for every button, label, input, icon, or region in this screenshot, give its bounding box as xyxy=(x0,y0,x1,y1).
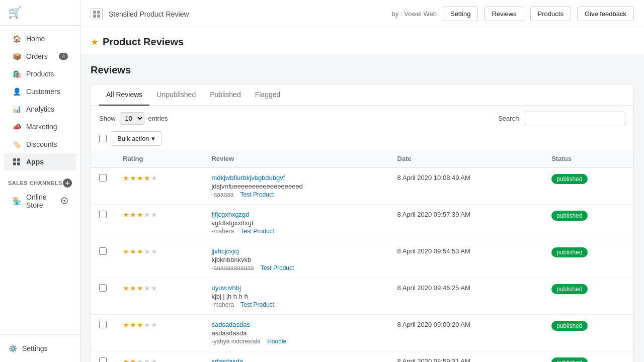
online-store-settings-icon[interactable] xyxy=(61,197,68,206)
row-date: 8 April 2020 08:59:31 AM xyxy=(389,351,544,363)
tabs-row: All Reviews Unpublished Published Flagge… xyxy=(91,84,633,106)
stars-display: ★★★★★ xyxy=(123,284,195,292)
row-date: 8 April 2020 09:00:20 AM xyxy=(389,315,544,351)
row-status: published xyxy=(543,278,633,315)
row-status: published xyxy=(543,241,633,278)
sidebar-item-analytics[interactable]: 📊 Analytics xyxy=(4,101,76,118)
row-checkbox-cell xyxy=(91,351,115,363)
tab-published[interactable]: Published xyxy=(203,84,248,106)
review-author: -aaaaaa xyxy=(211,191,233,198)
table-row: ★★★★★ mdkjwbfiurbkjvbgbdubgvf jdsjvnfuee… xyxy=(91,168,633,205)
sidebar-item-apps[interactable]: Apps xyxy=(4,153,76,170)
add-sales-channel-button[interactable]: + xyxy=(63,178,72,188)
reviews-button[interactable]: Reviews xyxy=(484,7,524,21)
setting-button[interactable]: Setting xyxy=(443,7,478,21)
svg-rect-9 xyxy=(97,15,100,18)
svg-rect-1 xyxy=(17,158,20,161)
feedback-button[interactable]: Give feedback xyxy=(577,7,634,21)
review-meta: -yahya indorewala Hoodie xyxy=(211,338,381,345)
sidebar-item-orders[interactable]: 📦 Orders 4 xyxy=(4,48,76,65)
review-meta: -mahera Test Product xyxy=(211,301,381,308)
row-checkbox[interactable] xyxy=(99,284,107,292)
row-checkbox-cell xyxy=(91,278,115,315)
status-badge: published xyxy=(551,321,587,331)
sidebar-item-customers[interactable]: 👤 Customers xyxy=(4,83,76,100)
review-title[interactable]: sadsadasdas xyxy=(211,321,381,328)
analytics-icon: 📊 xyxy=(12,105,21,114)
svg-rect-7 xyxy=(97,11,100,14)
review-product[interactable]: Test Product xyxy=(240,228,274,235)
review-title[interactable]: uyuvuvhbj xyxy=(211,284,381,292)
col-review: Review xyxy=(203,150,389,168)
row-date: 8 April 2020 09:57:39 AM xyxy=(389,205,544,241)
row-review: jjvhcjcvjcj kjbknbbnkvkb -aaaaaaaaaaaa T… xyxy=(203,241,389,278)
page-header: ★ Product Reviews xyxy=(80,28,644,54)
products-icon: 🛍️ xyxy=(12,69,21,78)
sidebar: 🛒 🏠 Home 📦 Orders 4 🛍️ Products 👤 Custom… xyxy=(0,0,80,362)
table-row: ★★★★★ sdasdasda sadasdsad -dsdadasdsa Ho… xyxy=(91,351,633,363)
col-rating: Rating xyxy=(115,150,203,168)
row-checkbox[interactable] xyxy=(99,357,107,362)
review-meta: -aaaaaaaaaaaa Test Product xyxy=(211,264,381,272)
sidebar-item-label: Customers xyxy=(26,87,60,96)
online-store-label: Online Store xyxy=(26,193,56,209)
show-entries: Show 10 25 50 entries xyxy=(99,112,168,125)
sidebar-item-label: Orders xyxy=(26,52,48,60)
sidebar-item-label: Discounts xyxy=(26,140,57,148)
col-date: Date xyxy=(389,150,544,168)
row-checkbox[interactable] xyxy=(99,247,107,255)
section-title: Reviews xyxy=(91,64,634,76)
tab-flagged[interactable]: Flagged xyxy=(248,84,288,106)
svg-rect-8 xyxy=(93,15,96,18)
review-author: -mahera xyxy=(211,228,234,235)
review-title[interactable]: jjvhcjcvjcj xyxy=(211,247,381,255)
row-review: sdasdasda sadasdsad -dsdadasdsa Hoodie xyxy=(203,351,389,363)
sidebar-item-online-store[interactable]: 🏪 Online Store xyxy=(4,190,76,212)
tab-unpublished[interactable]: Unpublished xyxy=(149,84,203,106)
review-product[interactable]: Test Product xyxy=(240,191,274,198)
row-checkbox[interactable] xyxy=(99,174,107,182)
row-status: published xyxy=(543,315,633,351)
sidebar-item-home[interactable]: 🏠 Home xyxy=(4,30,76,47)
sidebar-item-label: Analytics xyxy=(26,105,54,113)
sidebar-item-products[interactable]: 🛍️ Products xyxy=(4,65,76,82)
row-checkbox-cell xyxy=(91,315,115,351)
sidebar-item-discounts[interactable]: 🏷️ Discounts xyxy=(4,136,76,153)
review-title[interactable]: sdasdasda xyxy=(211,357,381,362)
table-row: ★★★★★ fjfjcgxhxgzgd vgfdfsfgxxftxgf -mah… xyxy=(91,205,633,241)
status-badge: published xyxy=(551,247,587,257)
tab-all-reviews[interactable]: All Reviews xyxy=(99,84,149,106)
star-icon: ★ xyxy=(91,37,99,48)
row-checkbox[interactable] xyxy=(99,321,107,328)
status-badge: published xyxy=(551,357,587,362)
stars-display: ★★★★★ xyxy=(123,357,195,362)
row-status: published xyxy=(543,351,633,363)
search-input[interactable] xyxy=(525,112,625,125)
select-all-checkbox[interactable] xyxy=(99,135,107,142)
bulk-action-button[interactable]: Bulk action ▾ xyxy=(111,131,162,146)
status-badge: published xyxy=(551,211,587,221)
review-product[interactable]: Test Product xyxy=(240,301,274,308)
bulk-action-label: Bulk action xyxy=(117,135,149,142)
search-label: Search: xyxy=(498,115,521,122)
row-rating: ★★★★★ xyxy=(115,351,203,363)
customers-icon: 👤 xyxy=(12,87,21,96)
entries-select[interactable]: 10 25 50 xyxy=(120,112,144,125)
review-author: -yahya indorewala xyxy=(211,338,260,345)
stars-display: ★★★★★ xyxy=(123,211,195,219)
review-product[interactable]: Hoodie xyxy=(267,338,286,345)
review-body: kjbj j jh h h h xyxy=(211,293,381,300)
status-badge: published xyxy=(551,174,587,184)
row-checkbox[interactable] xyxy=(99,211,107,218)
products-button[interactable]: Products xyxy=(530,7,571,21)
row-checkbox-cell xyxy=(91,168,115,205)
review-title[interactable]: mdkjwbfiurbkjvbgbdubgvf xyxy=(211,174,381,182)
review-body: kjbknbbnkvkb xyxy=(211,256,381,263)
review-meta: -mahera Test Product xyxy=(211,228,381,235)
review-product[interactable]: Test Product xyxy=(261,264,294,272)
sidebar-item-marketing[interactable]: 📣 Marketing xyxy=(4,118,76,135)
settings-nav-item[interactable]: ⚙️ Settings xyxy=(8,341,72,356)
review-title[interactable]: fjfjcgxhxgzgd xyxy=(211,211,381,218)
stars-display: ★★★★★ xyxy=(123,174,195,182)
table-row: ★★★★★ sadsadasdas asdasdasda -yahya indo… xyxy=(91,315,633,351)
